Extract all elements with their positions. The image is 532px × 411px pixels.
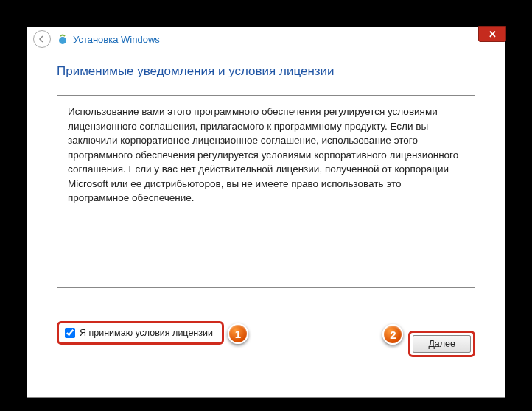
annotation-callout-2: 2 (382, 324, 403, 345)
titlebar: Установка Windows ✕ (27, 27, 505, 51)
installer-window: Установка Windows ✕ Применимые уведомлен… (27, 27, 505, 398)
window-title: Установка Windows (73, 34, 160, 45)
close-button[interactable]: ✕ (478, 26, 506, 42)
bottom-controls: Я принимаю условия лицензии 1 Далее 2 (57, 309, 475, 357)
content-area: Применимые уведомления и условия лицензи… (27, 51, 505, 372)
annotation-callout-1: 1 (228, 323, 248, 344)
license-text: Использование вами этого программного об… (68, 105, 464, 206)
license-text-box[interactable]: Использование вами этого программного об… (57, 95, 475, 288)
accept-license-highlight: Я принимаю условия лицензии 1 (57, 321, 224, 345)
page-heading: Применимые уведомления и условия лицензи… (57, 64, 475, 79)
accept-license-checkbox[interactable] (65, 328, 75, 338)
app-icon (57, 33, 69, 45)
close-icon: ✕ (489, 29, 497, 40)
accept-license-label[interactable]: Я принимаю условия лицензии (80, 328, 213, 338)
arrow-left-icon (38, 35, 46, 43)
back-button[interactable] (33, 30, 51, 48)
svg-point-0 (59, 37, 66, 44)
next-button-highlight: Далее 2 (408, 331, 475, 357)
next-button[interactable]: Далее (413, 335, 471, 353)
